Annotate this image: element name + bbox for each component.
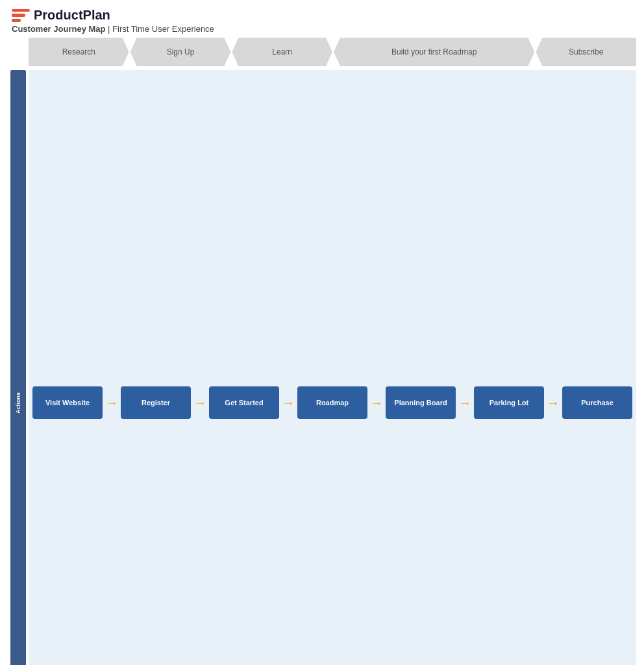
phase-shape-build: Build your first Roadmap [334, 38, 534, 66]
logo-bar-1 [12, 9, 30, 12]
subtitle-rest: | First Time User Experience [105, 24, 214, 34]
arrow-3: → [282, 395, 295, 410]
logo-icon [12, 9, 30, 22]
phase-shape-signup: Sign Up [130, 38, 231, 66]
arrow-6: → [547, 395, 560, 410]
actions-label-container: Actions [8, 70, 29, 665]
arrow-1: → [105, 395, 118, 410]
actions-content: Visit Website → Register → Get Started →… [29, 70, 636, 665]
logo-text: ProductPlan [34, 8, 110, 23]
phase-cell-research: Research [29, 38, 129, 66]
phase-shape-learn: Learn [232, 38, 332, 66]
phase-cell-subscribe: Subscribe [536, 38, 636, 66]
phase-row: Research Sign Up Learn Build your first … [8, 38, 636, 66]
phase-cell-signup: Sign Up [130, 38, 231, 66]
action-parking-lot[interactable]: Parking Lot [474, 386, 544, 419]
logo: ProductPlan [12, 8, 632, 23]
action-get-started[interactable]: Get Started [209, 386, 279, 419]
arrow-2: → [193, 395, 206, 410]
header: ProductPlan Customer Journey Map | First… [0, 0, 644, 38]
subtitle-bold: Customer Journey Map [12, 24, 105, 34]
action-register[interactable]: Register [121, 386, 191, 419]
main-container: Research Sign Up Learn Build your first … [0, 38, 644, 665]
phase-label-signup: Sign Up [167, 47, 195, 56]
action-purchase[interactable]: Purchase [562, 386, 632, 419]
logo-bar-2 [12, 14, 25, 17]
phase-label-subscribe: Subscribe [569, 47, 603, 56]
action-visit-website[interactable]: Visit Website [32, 386, 103, 419]
subtitle: Customer Journey Map | First Time User E… [12, 24, 632, 34]
phase-shape-subscribe: Subscribe [536, 38, 636, 66]
action-roadmap[interactable]: Roadmap [297, 386, 367, 419]
logo-bar-3 [12, 19, 21, 22]
phase-label-build: Build your first Roadmap [391, 47, 477, 56]
phase-label-research: Research [62, 47, 95, 56]
phase-label-learn: Learn [272, 47, 292, 56]
phase-cell-build: Build your first Roadmap [334, 38, 534, 66]
action-planning-board[interactable]: Planning Board [386, 386, 456, 419]
arrow-5: → [458, 395, 471, 410]
phase-shape-research: Research [29, 38, 129, 66]
arrow-4: → [370, 395, 383, 410]
actions-label: Actions [10, 70, 26, 665]
phase-cell-learn: Learn [232, 38, 332, 66]
actions-row: Actions Visit Website → Register → Get S… [8, 70, 636, 665]
